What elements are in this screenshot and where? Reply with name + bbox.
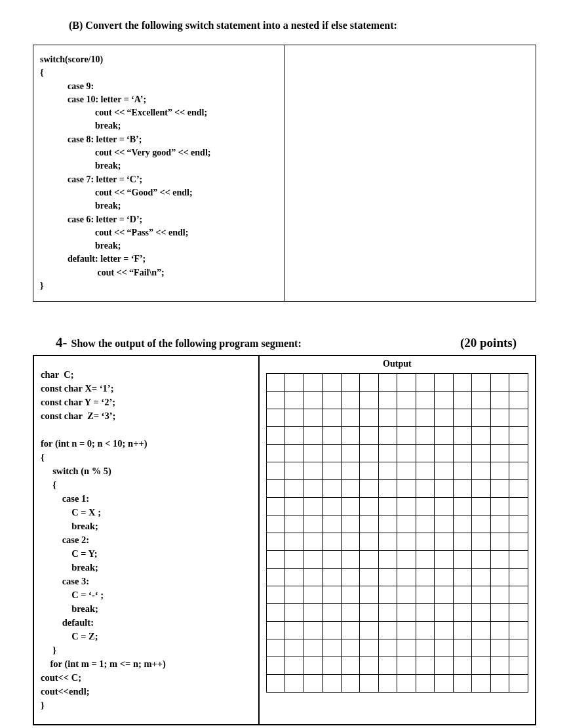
grid-cell <box>378 445 397 462</box>
grid-cell <box>341 427 360 445</box>
grid-cell <box>304 409 323 427</box>
grid-cell <box>490 639 509 657</box>
grid-cell <box>285 533 304 551</box>
grid-cell <box>285 427 304 445</box>
grid-cell <box>397 462 416 480</box>
grid-cell <box>472 427 491 445</box>
grid-cell <box>378 427 397 445</box>
part-b-heading: (B) Convert the following switch stateme… <box>69 20 549 31</box>
grid-cell <box>453 533 472 551</box>
grid-cell <box>341 586 360 604</box>
grid-cell <box>416 409 435 427</box>
grid-cell <box>416 392 435 409</box>
grid-cell <box>266 586 285 604</box>
grid-cell <box>416 639 435 657</box>
grid-cell <box>323 569 342 586</box>
grid-cell <box>323 516 342 533</box>
grid-cell <box>285 498 304 516</box>
grid-cell <box>435 586 454 604</box>
grid-cell <box>490 462 509 480</box>
grid-cell <box>341 516 360 533</box>
grid-cell <box>285 586 304 604</box>
grid-cell <box>490 392 509 409</box>
grid-cell <box>304 427 323 445</box>
grid-cell <box>323 675 342 693</box>
grid-cell <box>453 639 472 657</box>
grid-cell <box>397 569 416 586</box>
grid-cell <box>397 392 416 409</box>
grid-cell <box>453 551 472 569</box>
grid-cell <box>472 516 491 533</box>
grid-cell <box>266 445 285 462</box>
grid-cell <box>453 374 472 392</box>
grid-cell <box>435 639 454 657</box>
grid-cell <box>341 392 360 409</box>
grid-cell <box>416 657 435 675</box>
grid-cell <box>472 392 491 409</box>
grid-cell <box>472 657 491 675</box>
grid-cell <box>509 462 528 480</box>
grid-cell <box>397 498 416 516</box>
part-b-code: switch(score/10) { case 9: case 10: lett… <box>33 45 284 301</box>
grid-cell <box>509 445 528 462</box>
grid-cell <box>453 409 472 427</box>
grid-cell <box>360 675 379 693</box>
grid-cell <box>266 675 285 693</box>
grid-cell <box>323 622 342 639</box>
grid-cell <box>304 445 323 462</box>
grid-cell <box>397 427 416 445</box>
grid-cell <box>341 533 360 551</box>
grid-cell <box>509 657 528 675</box>
grid-cell <box>490 551 509 569</box>
grid-cell <box>341 551 360 569</box>
grid-cell <box>323 462 342 480</box>
grid-cell <box>266 462 285 480</box>
grid-cell <box>509 551 528 569</box>
grid-cell <box>416 586 435 604</box>
grid-cell <box>378 409 397 427</box>
grid-cell <box>285 516 304 533</box>
grid-cell <box>323 480 342 498</box>
grid-cell <box>397 445 416 462</box>
grid-cell <box>304 374 323 392</box>
q4-output-area: Output <box>260 356 535 724</box>
grid-cell <box>509 639 528 657</box>
output-label: Output <box>266 359 528 369</box>
grid-cell <box>435 516 454 533</box>
grid-cell <box>509 374 528 392</box>
grid-cell <box>490 427 509 445</box>
grid-cell <box>285 445 304 462</box>
grid-cell <box>453 498 472 516</box>
grid-cell <box>472 445 491 462</box>
grid-cell <box>435 498 454 516</box>
grid-cell <box>341 480 360 498</box>
grid-cell <box>360 462 379 480</box>
grid-cell <box>509 675 528 693</box>
grid-cell <box>341 675 360 693</box>
grid-cell <box>453 480 472 498</box>
grid-cell <box>360 569 379 586</box>
grid-cell <box>453 462 472 480</box>
grid-cell <box>360 409 379 427</box>
grid-cell <box>435 374 454 392</box>
grid-cell <box>472 586 491 604</box>
grid-cell <box>378 657 397 675</box>
grid-cell <box>341 445 360 462</box>
grid-cell <box>360 516 379 533</box>
grid-cell <box>435 675 454 693</box>
grid-cell <box>285 622 304 639</box>
grid-cell <box>509 569 528 586</box>
grid-cell <box>360 427 379 445</box>
grid-cell <box>397 516 416 533</box>
grid-cell <box>509 586 528 604</box>
grid-cell <box>323 427 342 445</box>
grid-cell <box>266 551 285 569</box>
grid-cell <box>453 604 472 622</box>
grid-cell <box>490 533 509 551</box>
grid-cell <box>416 604 435 622</box>
grid-cell <box>490 480 509 498</box>
grid-cell <box>285 657 304 675</box>
grid-cell <box>378 516 397 533</box>
grid-cell <box>304 462 323 480</box>
grid-cell <box>509 533 528 551</box>
